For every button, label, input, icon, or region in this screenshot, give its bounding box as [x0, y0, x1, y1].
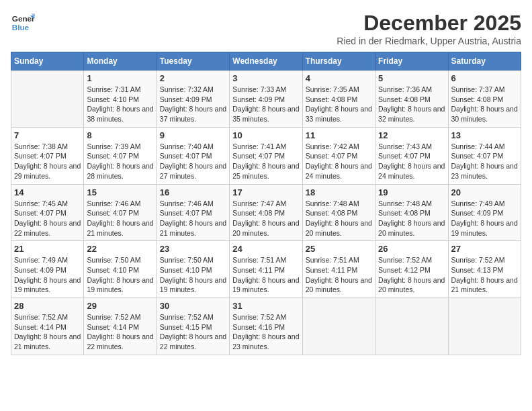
calendar-cell: 5Sunrise: 7:36 AMSunset: 4:08 PMDaylight…: [375, 71, 448, 128]
calendar-week-2: 7Sunrise: 7:38 AMSunset: 4:07 PMDaylight…: [11, 127, 521, 184]
day-number: 6: [451, 73, 518, 83]
header-day-sunday: Sunday: [11, 52, 84, 71]
day-info: Sunrise: 7:51 AMSunset: 4:11 PMDaylight:…: [232, 255, 299, 295]
calendar-cell: 22Sunrise: 7:50 AMSunset: 4:10 PMDayligh…: [84, 241, 157, 298]
day-number: 7: [14, 130, 81, 140]
day-number: 18: [306, 187, 372, 197]
calendar-cell: [11, 71, 84, 128]
day-number: 27: [451, 244, 518, 254]
day-info: Sunrise: 7:47 AMSunset: 4:08 PMDaylight:…: [232, 199, 299, 238]
calendar-header: SundayMondayTuesdayWednesdayThursdayFrid…: [11, 52, 521, 71]
calendar-cell: 6Sunrise: 7:37 AMSunset: 4:08 PMDaylight…: [448, 71, 521, 128]
month-title: December 2025: [337, 11, 521, 36]
day-info: Sunrise: 7:44 AMSunset: 4:07 PMDaylight:…: [451, 142, 518, 181]
calendar-cell: 31Sunrise: 7:52 AMSunset: 4:16 PMDayligh…: [230, 298, 302, 355]
day-number: 26: [378, 244, 445, 254]
calendar-cell: 7Sunrise: 7:38 AMSunset: 4:07 PMDaylight…: [11, 127, 84, 184]
header-day-thursday: Thursday: [302, 52, 375, 71]
day-info: Sunrise: 7:36 AMSunset: 4:08 PMDaylight:…: [378, 85, 445, 124]
day-number: 30: [160, 301, 226, 311]
day-info: Sunrise: 7:43 AMSunset: 4:07 PMDaylight:…: [378, 142, 445, 181]
calendar-cell: 19Sunrise: 7:48 AMSunset: 4:08 PMDayligh…: [375, 184, 448, 241]
calendar-cell: 9Sunrise: 7:40 AMSunset: 4:07 PMDaylight…: [157, 127, 229, 184]
day-number: 8: [87, 130, 153, 140]
page-header: General Blue December 2025 Ried in der R…: [11, 11, 521, 46]
calendar-cell: 18Sunrise: 7:48 AMSunset: 4:08 PMDayligh…: [302, 184, 375, 241]
day-info: Sunrise: 7:48 AMSunset: 4:08 PMDaylight:…: [306, 199, 372, 238]
day-number: 1: [87, 73, 153, 83]
calendar-cell: 25Sunrise: 7:51 AMSunset: 4:11 PMDayligh…: [302, 241, 375, 298]
calendar-cell: 29Sunrise: 7:52 AMSunset: 4:14 PMDayligh…: [84, 298, 157, 355]
calendar-week-5: 28Sunrise: 7:52 AMSunset: 4:14 PMDayligh…: [11, 298, 521, 355]
calendar-cell: 17Sunrise: 7:47 AMSunset: 4:08 PMDayligh…: [230, 184, 302, 241]
day-info: Sunrise: 7:46 AMSunset: 4:07 PMDaylight:…: [160, 199, 226, 238]
calendar-cell: 30Sunrise: 7:52 AMSunset: 4:15 PMDayligh…: [157, 298, 229, 355]
day-number: 28: [14, 301, 81, 311]
calendar-cell: 4Sunrise: 7:35 AMSunset: 4:08 PMDaylight…: [302, 71, 375, 128]
day-info: Sunrise: 7:52 AMSunset: 4:15 PMDaylight:…: [160, 312, 226, 352]
calendar-week-1: 1Sunrise: 7:31 AMSunset: 4:10 PMDaylight…: [11, 71, 521, 128]
day-number: 10: [232, 130, 299, 140]
day-number: 25: [306, 244, 372, 254]
calendar-cell: 2Sunrise: 7:32 AMSunset: 4:09 PMDaylight…: [157, 71, 229, 128]
day-info: Sunrise: 7:40 AMSunset: 4:07 PMDaylight:…: [160, 142, 226, 181]
calendar-cell: 27Sunrise: 7:52 AMSunset: 4:13 PMDayligh…: [448, 241, 521, 298]
day-info: Sunrise: 7:52 AMSunset: 4:14 PMDaylight:…: [14, 312, 81, 352]
day-info: Sunrise: 7:52 AMSunset: 4:14 PMDaylight:…: [87, 312, 153, 352]
calendar-cell: 26Sunrise: 7:52 AMSunset: 4:12 PMDayligh…: [375, 241, 448, 298]
day-info: Sunrise: 7:52 AMSunset: 4:12 PMDaylight:…: [378, 255, 445, 295]
calendar-cell: 11Sunrise: 7:42 AMSunset: 4:07 PMDayligh…: [302, 127, 375, 184]
day-number: 21: [14, 244, 81, 254]
day-number: 13: [451, 130, 518, 140]
calendar-week-3: 14Sunrise: 7:45 AMSunset: 4:07 PMDayligh…: [11, 184, 521, 241]
day-info: Sunrise: 7:49 AMSunset: 4:09 PMDaylight:…: [14, 255, 81, 295]
calendar-week-4: 21Sunrise: 7:49 AMSunset: 4:09 PMDayligh…: [11, 241, 521, 298]
day-info: Sunrise: 7:46 AMSunset: 4:07 PMDaylight:…: [87, 199, 153, 238]
header-day-tuesday: Tuesday: [157, 52, 229, 71]
calendar-cell: 21Sunrise: 7:49 AMSunset: 4:09 PMDayligh…: [11, 241, 84, 298]
day-info: Sunrise: 7:51 AMSunset: 4:11 PMDaylight:…: [306, 255, 372, 295]
day-number: 14: [14, 187, 81, 197]
calendar-cell: 28Sunrise: 7:52 AMSunset: 4:14 PMDayligh…: [11, 298, 84, 355]
header-day-wednesday: Wednesday: [230, 52, 302, 71]
calendar-cell: 10Sunrise: 7:41 AMSunset: 4:07 PMDayligh…: [230, 127, 302, 184]
calendar-cell: [448, 298, 521, 355]
calendar-cell: 13Sunrise: 7:44 AMSunset: 4:07 PMDayligh…: [448, 127, 521, 184]
day-info: Sunrise: 7:49 AMSunset: 4:09 PMDaylight:…: [451, 199, 518, 238]
day-number: 9: [160, 130, 226, 140]
day-number: 29: [87, 301, 153, 311]
calendar-cell: 24Sunrise: 7:51 AMSunset: 4:11 PMDayligh…: [230, 241, 302, 298]
calendar-cell: 23Sunrise: 7:50 AMSunset: 4:10 PMDayligh…: [157, 241, 229, 298]
day-number: 3: [232, 73, 299, 83]
calendar-cell: 20Sunrise: 7:49 AMSunset: 4:09 PMDayligh…: [448, 184, 521, 241]
day-info: Sunrise: 7:32 AMSunset: 4:09 PMDaylight:…: [160, 85, 226, 124]
day-info: Sunrise: 7:48 AMSunset: 4:08 PMDaylight:…: [378, 199, 445, 238]
day-number: 24: [232, 244, 299, 254]
calendar-body: 1Sunrise: 7:31 AMSunset: 4:10 PMDaylight…: [11, 71, 521, 355]
header-day-saturday: Saturday: [448, 52, 521, 71]
day-info: Sunrise: 7:50 AMSunset: 4:10 PMDaylight:…: [87, 255, 153, 295]
calendar-cell: 1Sunrise: 7:31 AMSunset: 4:10 PMDaylight…: [84, 71, 157, 128]
calendar-cell: 16Sunrise: 7:46 AMSunset: 4:07 PMDayligh…: [157, 184, 229, 241]
header-day-friday: Friday: [375, 52, 448, 71]
day-number: 11: [306, 130, 372, 140]
day-info: Sunrise: 7:38 AMSunset: 4:07 PMDaylight:…: [14, 142, 81, 181]
day-number: 2: [160, 73, 226, 83]
svg-text:General: General: [12, 14, 35, 23]
calendar-cell: 14Sunrise: 7:45 AMSunset: 4:07 PMDayligh…: [11, 184, 84, 241]
day-number: 17: [232, 187, 299, 197]
logo-icon: General Blue: [11, 11, 35, 35]
day-number: 22: [87, 244, 153, 254]
svg-text:Blue: Blue: [12, 23, 30, 32]
calendar-cell: 12Sunrise: 7:43 AMSunset: 4:07 PMDayligh…: [375, 127, 448, 184]
day-info: Sunrise: 7:52 AMSunset: 4:16 PMDaylight:…: [232, 312, 299, 352]
day-info: Sunrise: 7:37 AMSunset: 4:08 PMDaylight:…: [451, 85, 518, 124]
day-number: 4: [306, 73, 372, 83]
calendar-cell: [375, 298, 448, 355]
calendar-cell: 8Sunrise: 7:39 AMSunset: 4:07 PMDaylight…: [84, 127, 157, 184]
calendar-cell: 3Sunrise: 7:33 AMSunset: 4:09 PMDaylight…: [230, 71, 302, 128]
day-number: 5: [378, 73, 445, 83]
day-info: Sunrise: 7:31 AMSunset: 4:10 PMDaylight:…: [87, 85, 153, 124]
day-number: 31: [232, 301, 299, 311]
day-info: Sunrise: 7:52 AMSunset: 4:13 PMDaylight:…: [451, 255, 518, 295]
